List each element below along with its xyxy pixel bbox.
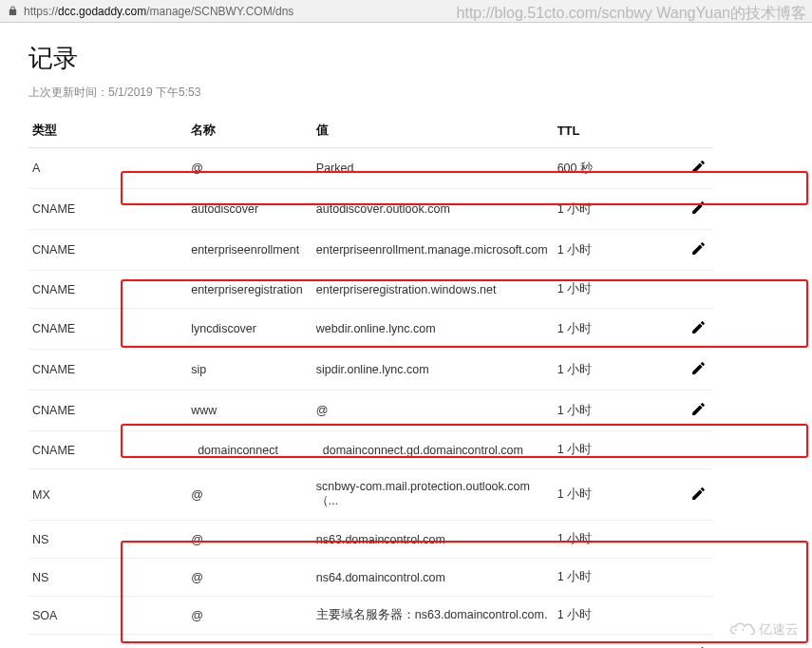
cell-ttl: 1 小时: [554, 559, 684, 597]
cell-ttl: 1 小时: [554, 431, 684, 469]
cell-name: @: [187, 559, 312, 597]
cell-type: CNAME: [28, 271, 187, 309]
table-row: MX@scnbwy-com.mail.protection.outlook.co…: [28, 469, 712, 521]
cell-actions: [684, 469, 712, 521]
cell-name: @: [187, 469, 312, 521]
cell-name: lyncdiscover: [187, 309, 312, 350]
cell-value: enterpriseregistration.windows.net: [312, 271, 554, 309]
cell-actions: [684, 635, 712, 649]
cell-actions: [684, 230, 712, 271]
table-row: CNAMEautodiscoverautodiscover.outlook.co…: [28, 189, 712, 230]
table-row: A@Parked600 秒: [28, 148, 712, 189]
cell-actions: [684, 431, 712, 469]
table-row: NS@ns63.domaincontrol.com1 小时: [28, 521, 712, 559]
edit-icon[interactable]: [690, 159, 707, 175]
edit-icon[interactable]: [690, 401, 707, 417]
col-ttl-header: TTL: [554, 114, 684, 148]
cell-value: ns64.domaincontrol.com: [312, 559, 554, 597]
cell-actions: [684, 309, 712, 350]
cell-ttl: 1 小时: [554, 309, 684, 350]
cell-value: 主要域名服务器：ns63.domaincontrol.com.: [312, 597, 554, 635]
cell-type: A: [28, 148, 187, 189]
edit-icon[interactable]: [690, 486, 707, 502]
cell-ttl: 1 小时: [554, 350, 684, 391]
table-row: NS@ns64.domaincontrol.com1 小时: [28, 559, 712, 597]
cell-value: webdir.online.lync.com: [312, 309, 554, 350]
cell-actions: [684, 559, 712, 597]
last-updated: 上次更新时间：5/1/2019 下午5:53: [28, 85, 712, 101]
svg-point-1: [742, 629, 744, 631]
cell-name: enterpriseenrollment: [187, 230, 312, 271]
cell-value: Parked: [312, 148, 554, 189]
cell-name: enterpriseregistration: [187, 271, 312, 309]
cloud-icon: [727, 621, 756, 638]
col-type-header: 类型: [28, 114, 187, 148]
cell-type: SRV: [28, 635, 187, 649]
edit-icon[interactable]: [690, 240, 707, 257]
cell-value: ns63.domaincontrol.com: [312, 521, 554, 559]
cell-actions: [684, 391, 712, 431]
svg-point-0: [735, 629, 737, 631]
cell-type: CNAME: [28, 431, 187, 469]
cell-name: @: [187, 521, 312, 559]
cell-type: CNAME: [28, 350, 187, 391]
cell-name: _sip._tls.@: [187, 635, 312, 649]
cell-ttl: 1 小时: [554, 469, 684, 521]
cell-ttl: 600 秒: [554, 148, 684, 189]
cell-value: _domainconnect.gd.domaincontrol.com: [312, 431, 554, 469]
cell-actions: [684, 597, 712, 635]
cell-value: @: [312, 391, 554, 431]
col-name-header: 名称: [187, 114, 312, 148]
table-header-row: 类型 名称 值 TTL: [28, 114, 712, 148]
cell-type: CNAME: [28, 309, 187, 350]
cell-ttl: 1 小时: [554, 635, 684, 649]
watermark-blog: http://blog.51cto.com/scnbwy WangYuan的技术…: [457, 4, 806, 24]
cell-value: scnbwy-com.mail.protection.outlook.com（.…: [312, 469, 554, 521]
cell-actions: [684, 521, 712, 559]
table-row: CNAMEwww@1 小时: [28, 391, 712, 431]
cell-value: 100 1 443 sipdir.online.lync.com: [312, 635, 554, 649]
cell-value: enterpriseenrollment.manage.microsoft.co…: [312, 230, 554, 271]
cell-ttl: 1 小时: [554, 189, 684, 230]
col-value-header: 值: [312, 114, 554, 148]
dns-records-table: 类型 名称 值 TTL A@Parked600 秒CNAMEautodiscov…: [28, 114, 712, 648]
edit-icon[interactable]: [690, 200, 707, 216]
address-url: https://dcc.godaddy.com/manage/SCNBWY.CO…: [24, 5, 293, 18]
cell-actions: [684, 271, 712, 309]
cell-actions: [684, 148, 712, 189]
cell-type: MX: [28, 469, 187, 521]
cell-type: NS: [28, 559, 187, 597]
cell-name: @: [187, 597, 312, 635]
table-row: CNAMElyncdiscoverwebdir.online.lync.com1…: [28, 309, 712, 350]
cell-ttl: 1 小时: [554, 391, 684, 431]
table-row: SOA@主要域名服务器：ns63.domaincontrol.com.1 小时: [28, 597, 712, 635]
table-row: CNAMEenterpriseenrollmententerpriseenrol…: [28, 230, 712, 271]
edit-icon[interactable]: [690, 319, 707, 335]
cell-name: www: [187, 391, 312, 431]
cell-name: sip: [187, 350, 312, 391]
cell-type: SOA: [28, 597, 187, 635]
edit-icon[interactable]: [690, 360, 707, 376]
cell-value: autodiscover.outlook.com: [312, 189, 554, 230]
cell-ttl: 1 小时: [554, 271, 684, 309]
lock-icon: [8, 6, 18, 16]
page-title: 记录: [28, 42, 712, 75]
cell-actions: [684, 189, 712, 230]
cell-value: sipdir.online.lync.com: [312, 350, 554, 391]
cell-ttl: 1 小时: [554, 521, 684, 559]
cell-type: CNAME: [28, 391, 187, 431]
cell-type: NS: [28, 521, 187, 559]
cell-actions: [684, 350, 712, 391]
cell-type: CNAME: [28, 189, 187, 230]
cell-name: autodiscover: [187, 189, 312, 230]
table-row: CNAMEsipsipdir.online.lync.com1 小时: [28, 350, 712, 391]
cell-type: CNAME: [28, 230, 187, 271]
cell-ttl: 1 小时: [554, 230, 684, 271]
table-row: CNAME_domainconnect_domainconnect.gd.dom…: [28, 431, 712, 469]
cell-name: _domainconnect: [187, 431, 312, 469]
table-row: CNAMEenterpriseregistrationenterprisereg…: [28, 271, 712, 309]
watermark-yisuyun: 亿速云: [727, 621, 799, 638]
cell-ttl: 1 小时: [554, 597, 684, 635]
cell-name: @: [187, 148, 312, 189]
table-row: SRV_sip._tls.@100 1 443 sipdir.online.ly…: [28, 635, 712, 649]
